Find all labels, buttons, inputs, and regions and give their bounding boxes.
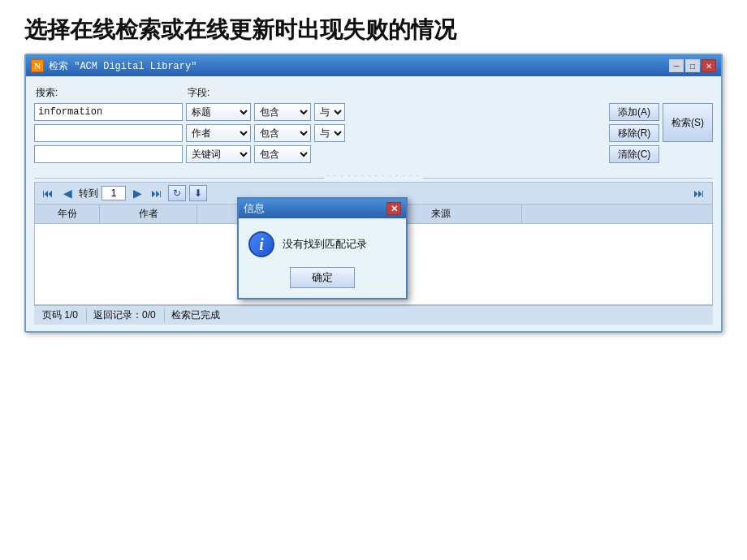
titlebar-left: N 检索 "ACM Digital Library" — [31, 59, 196, 73]
nav-next-next-icon[interactable]: ⏭ — [149, 186, 165, 200]
window-title: 检索 "ACM Digital Library" — [49, 59, 196, 73]
nav-end-icon[interactable]: ⏭ — [691, 186, 707, 200]
form-header: 搜索: 字段: — [34, 86, 713, 100]
nav-next-icon[interactable]: ▶ — [129, 186, 145, 200]
nav-prev-prev-icon[interactable]: ⏮ — [40, 186, 56, 200]
divider: · · · · · · · · · · · · · · — [34, 178, 713, 182]
condition-select-3[interactable]: 包含 — [254, 145, 311, 163]
main-window: N 检索 "ACM Digital Library" ─ □ ✕ 搜索: 字段: — [24, 54, 723, 333]
modal-message-row: i 没有找到匹配记录 — [248, 231, 396, 257]
search-form: 搜索: 字段: 标题 包含 与 — [34, 83, 713, 173]
search-input-2[interactable] — [34, 124, 183, 142]
logic-select-1[interactable]: 与 — [314, 103, 345, 121]
modal-close-button[interactable]: ✕ — [386, 202, 401, 215]
modal-title: 信息 — [244, 201, 265, 216]
close-button[interactable]: ✕ — [702, 59, 716, 72]
form-row-3: 关键词 包含 — [34, 145, 602, 163]
form-body: 标题 包含 与 作者 — [34, 103, 713, 166]
status-bar: 页码 1/0 返回记录：0/0 检索已完成 — [34, 305, 713, 325]
field-select-3[interactable]: 关键词 — [186, 145, 251, 163]
status-page: 页码 1/0 — [41, 308, 87, 322]
condition-select-2[interactable]: 包含 — [254, 124, 311, 142]
modal-titlebar: 信息 ✕ — [239, 199, 406, 218]
status-done: 检索已完成 — [170, 308, 228, 322]
condition-select-1[interactable]: 包含 — [254, 103, 311, 121]
buttons-area: 添加(A) 移除(R) 清除(C) 检索(S) — [609, 103, 713, 163]
modal-content: i 没有找到匹配记录 确定 — [239, 218, 406, 298]
logic-select-2[interactable]: 与 — [314, 124, 345, 142]
search-input-3[interactable] — [34, 145, 183, 163]
form-row-1: 标题 包含 与 — [34, 103, 602, 121]
maximize-button[interactable]: □ — [685, 59, 700, 72]
add-button[interactable]: 添加(A) — [609, 103, 659, 121]
modal-info-icon: i — [248, 231, 274, 257]
form-row-2: 作者 包含 与 — [34, 124, 602, 142]
import-button[interactable]: ⬇ — [189, 185, 207, 201]
modal-dialog: 信息 ✕ i 没有找到匹配记录 确定 — [237, 197, 408, 299]
modal-message: 没有找到匹配记录 — [283, 237, 367, 252]
window-controls: ─ □ ✕ — [669, 59, 716, 72]
app-icon: N — [31, 59, 44, 72]
status-records: 返回记录：0/0 — [92, 308, 165, 322]
window-titlebar: N 检索 "ACM Digital Library" ─ □ ✕ — [26, 55, 721, 76]
minimize-button[interactable]: ─ — [669, 59, 684, 72]
divider-dots: · · · · · · · · · · · · · · — [324, 172, 423, 179]
goto-input[interactable] — [101, 186, 126, 200]
search-input-1[interactable] — [34, 103, 183, 121]
refresh-button[interactable]: ↻ — [168, 185, 186, 201]
goto-label: 转到 — [79, 187, 98, 200]
field-select-1[interactable]: 标题 — [186, 103, 251, 121]
th-author: 作者 — [100, 205, 197, 223]
side-buttons: 添加(A) 移除(R) 清除(C) — [609, 103, 659, 163]
remove-button[interactable]: 移除(R) — [609, 124, 659, 142]
nav-prev-icon[interactable]: ◀ — [59, 186, 76, 200]
form-rows: 标题 包含 与 作者 — [34, 103, 602, 166]
modal-ok-button[interactable]: 确定 — [290, 267, 355, 288]
page-title: 选择在线检索或在线更新时出现失败的情况 — [0, 0, 747, 54]
field-label: 字段: — [188, 86, 209, 100]
th-year: 年份 — [35, 205, 100, 223]
search-button[interactable]: 检索(S) — [663, 103, 713, 142]
search-label: 搜索: — [34, 86, 184, 100]
field-select-2[interactable]: 作者 — [186, 124, 251, 142]
clear-button[interactable]: 清除(C) — [609, 145, 659, 163]
